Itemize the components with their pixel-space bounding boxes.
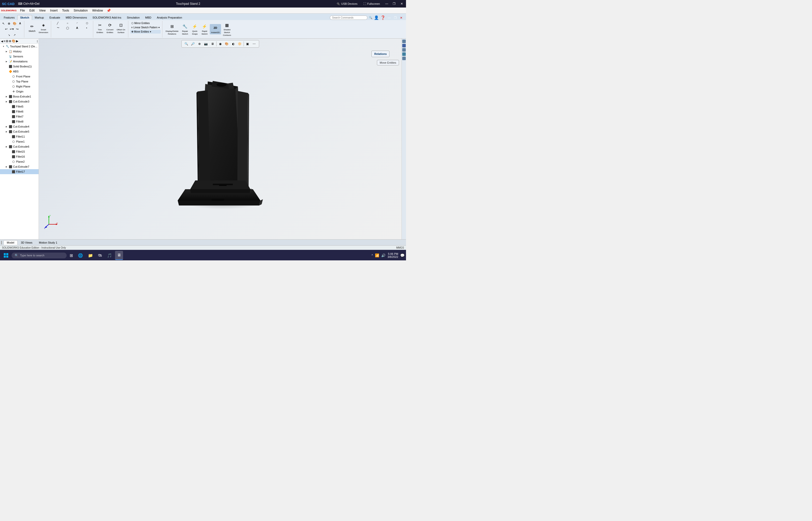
viewport[interactable]: 🔍 🔎 ⊕ 📷 🖥 ◉ 🎨 ◐ 🔆 ▣ ⋯ Relations Move Ent… <box>39 39 402 239</box>
tab-3d-views[interactable]: 3D Views <box>18 240 36 245</box>
taskbar-store[interactable]: 🛍 <box>96 251 104 260</box>
move-entities-btn[interactable]: ✥ Move Entities ▾ <box>130 30 161 33</box>
repair-sketch-btn[interactable]: 🔧 Repair Sketch <box>180 23 189 36</box>
tree-front-plane[interactable]: ⬡ Front Plane <box>0 74 39 79</box>
tree-history[interactable]: ▶ 📋 History <box>0 49 39 54</box>
offset-entities-btn[interactable]: ⊡ Offset On Surface <box>115 21 127 34</box>
quick-snaps-btn[interactable]: ⚡ Quick Snaps <box>190 23 199 36</box>
ribbon-minimize-btn[interactable]: — <box>387 16 391 20</box>
menu-edit[interactable]: Edit <box>27 8 37 13</box>
qa-cursor-btn[interactable]: ↖ <box>1 21 6 26</box>
sidebar-expand-icon[interactable]: ▶ <box>16 39 18 43</box>
chevron-icon[interactable]: ^ <box>372 254 373 257</box>
tab-markup[interactable]: Markup <box>32 15 47 20</box>
tab-simulation[interactable]: Simulation <box>124 15 142 20</box>
tree-fillet5[interactable]: ⬛ Fillet5 <box>0 104 39 109</box>
qa-font-btn[interactable]: A <box>18 21 23 26</box>
menu-pin[interactable]: 📌 <box>107 8 111 13</box>
tree-right-plane[interactable]: ⬡ Right Plane <box>0 84 39 89</box>
volume-icon[interactable]: 🔊 <box>381 253 385 257</box>
tree-plane2[interactable]: ⬡ Plane2 <box>0 159 39 164</box>
instant2d-btn[interactable]: 2D Instant2D <box>210 24 221 34</box>
tree-fillet15[interactable]: ⬛ Fillet15 <box>0 149 39 154</box>
sidebar-color-icon[interactable]: 🎨 <box>12 39 16 43</box>
shaded-contours-btn[interactable]: ▦ Shaded Sketch Contours <box>222 21 232 37</box>
search-commands-input[interactable] <box>330 16 367 20</box>
tree-fillet11[interactable]: ⬛ Fillet11 <box>0 134 39 139</box>
tree-cut-extrude4[interactable]: ▶ ⬛ Cut-Extrude4 <box>0 124 39 129</box>
tree-annotations[interactable]: ▶ 📝 Annotations <box>0 59 39 64</box>
tab-mbd[interactable]: MBD <box>142 15 154 20</box>
close-btn[interactable]: ✕ <box>400 1 404 6</box>
tree-cut-extrude7[interactable]: ▶ ⬛ Cut-Extrude7 <box>0 164 39 169</box>
mirror-entities-btn[interactable]: ⬡ Mirror Entities <box>130 21 161 25</box>
qa-select-btn[interactable]: ↘ <box>6 32 12 38</box>
taskbar-spotify[interactable]: 🎵 <box>105 251 114 260</box>
tab-motion-study[interactable]: Motion Study 1 <box>36 240 61 245</box>
tab-mbd-dimensions[interactable]: MBD Dimensions <box>63 15 90 20</box>
point-btn[interactable]: • <box>82 26 91 30</box>
sidebar-target-icon[interactable]: ⊕ <box>9 39 11 43</box>
scroll-left-btn[interactable] <box>1 241 2 244</box>
tab-analysis[interactable]: Analysis Preparation <box>154 15 185 20</box>
qa-select2-btn[interactable]: ↗ <box>12 32 17 38</box>
linear-sketch-dropdown[interactable]: ▾ <box>158 26 160 29</box>
tab-sketch[interactable]: Sketch <box>17 15 32 20</box>
move-dropdown[interactable]: ▾ <box>150 30 151 33</box>
minimize-btn[interactable]: — <box>384 1 389 6</box>
tree-fillet7[interactable]: ⬛ Fillet7 <box>0 114 39 119</box>
ribbon-close-btn[interactable]: ✕ <box>399 16 404 20</box>
taskbar-explorer[interactable]: 📁 <box>86 251 95 260</box>
fullscreen-btn[interactable]: ⛶ Fullscreen <box>362 2 381 6</box>
help-icon[interactable]: ❓ <box>380 15 385 20</box>
right-panel-btn4[interactable] <box>402 52 406 56</box>
tree-fillet6[interactable]: ⬛ Fillet6 <box>0 109 39 114</box>
tree-cut-extrude6[interactable]: ▶ ⬛ Cut-Extrude6 <box>0 144 39 149</box>
line-btn[interactable]: ╱ <box>53 21 62 25</box>
tree-plane1[interactable]: ⬡ Plane1 <box>0 139 39 144</box>
qa-target-btn[interactable]: ⊕ <box>6 21 12 26</box>
display-delete-btn[interactable]: ⊞ Display/Delete Relations <box>164 23 180 36</box>
keyboard-shortcut-btn[interactable]: ⌨ Ctrl+Alt+Del <box>17 1 41 6</box>
ribbon-restore-btn[interactable]: ❐ <box>393 16 398 20</box>
tree-solid-bodies[interactable]: ⬛ Solid Bodies(1) <box>0 64 39 69</box>
sidebar-list-icon[interactable]: ≡ <box>3 39 5 43</box>
notification-icon[interactable]: 💬 <box>400 253 405 257</box>
text-btn[interactable]: A <box>73 26 82 30</box>
taskbar-search-bar[interactable]: 🔍 Type here to search <box>12 253 67 258</box>
tree-origin[interactable]: ✛ Origin <box>0 89 39 94</box>
tree-root-node[interactable]: ▼ 🔧 Touchpad Stand 2 (Default<< <box>0 44 39 49</box>
tab-model[interactable]: Model <box>3 240 18 245</box>
taskbar-solidworks[interactable]: 🖥 <box>115 251 123 260</box>
tree-top-plane[interactable]: ⬡ Top Plane <box>0 79 39 84</box>
poly-btn[interactable]: ⬡ <box>83 21 91 25</box>
qa-undo-btn[interactable]: ↩ <box>4 27 9 31</box>
spline-btn[interactable]: 〜 <box>54 26 63 30</box>
tree-fillet17[interactable]: ⬛ Fillet17 <box>0 169 39 174</box>
convert-entities-btn[interactable]: ⟳ Convert Entities <box>105 21 115 34</box>
smart-dimension-btn[interactable]: ◈ Smart Dimension <box>38 21 50 34</box>
tab-solidworks-addins[interactable]: SOLIDWORKS Add-Ins <box>90 15 124 20</box>
menu-view[interactable]: View <box>37 8 48 13</box>
usb-devices-btn[interactable]: 🔌 USB Devices <box>335 2 359 6</box>
tree-fillet8[interactable]: ⬛ Fillet8 <box>0 119 39 124</box>
menu-simulation[interactable]: Simulation <box>72 8 90 13</box>
right-panel-btn3[interactable] <box>402 48 406 52</box>
tree-fillet16[interactable]: ⬛ Fillet16 <box>0 154 39 159</box>
tree-cut-extrude3[interactable]: ▶ ⬛ Cut-Extrude3 <box>0 99 39 104</box>
sidebar-grid-icon[interactable]: ⊞ <box>6 39 8 43</box>
restore-btn[interactable]: ❐ <box>392 1 397 6</box>
tab-evaluate[interactable]: Evaluate <box>47 15 63 20</box>
taskbar-edge[interactable]: 🌐 <box>76 251 85 260</box>
network-icon[interactable]: 📶 <box>375 253 379 257</box>
linear-sketch-btn[interactable]: ≡ Linear Sketch Pattern ▾ <box>130 26 161 29</box>
menu-window[interactable]: Window <box>90 8 105 13</box>
right-panel-btn2[interactable] <box>402 44 406 47</box>
trim-entities-btn[interactable]: ✂ Trim Entities <box>95 21 104 34</box>
qa-color-btn[interactable]: 🎨 <box>12 21 17 26</box>
qa-redo-btn[interactable]: ↪ <box>15 27 20 31</box>
menu-insert[interactable]: Insert <box>48 8 60 13</box>
tree-abs[interactable]: 🔶 ABS <box>0 69 39 74</box>
system-clock[interactable]: 5:06 PM 3/8/2022 <box>387 252 398 258</box>
account-icon[interactable]: 👤 <box>374 15 379 20</box>
